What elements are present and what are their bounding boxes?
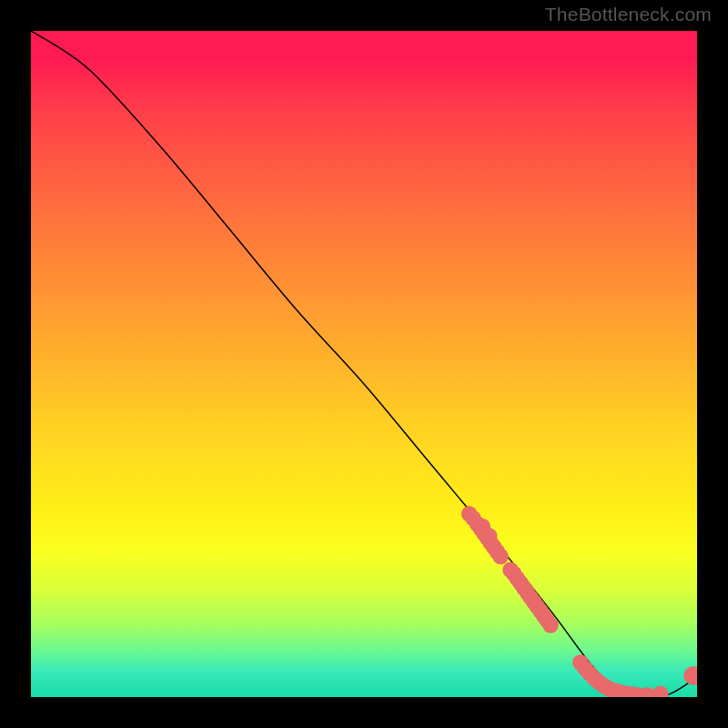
curve-marker-dot: [502, 561, 519, 578]
curve-marker-dot: [475, 519, 491, 535]
chart-svg: [31, 31, 697, 697]
curve-marker-dot: [652, 686, 669, 697]
curve-marker-dot: [683, 666, 697, 684]
curve-line: [31, 31, 697, 697]
curve-marker-dot: [492, 549, 509, 565]
curve-markers: [461, 506, 697, 697]
watermark-text: TheBottleneck.com: [545, 4, 712, 25]
chart-area: [31, 31, 697, 697]
curve-marker-dot: [542, 617, 559, 633]
